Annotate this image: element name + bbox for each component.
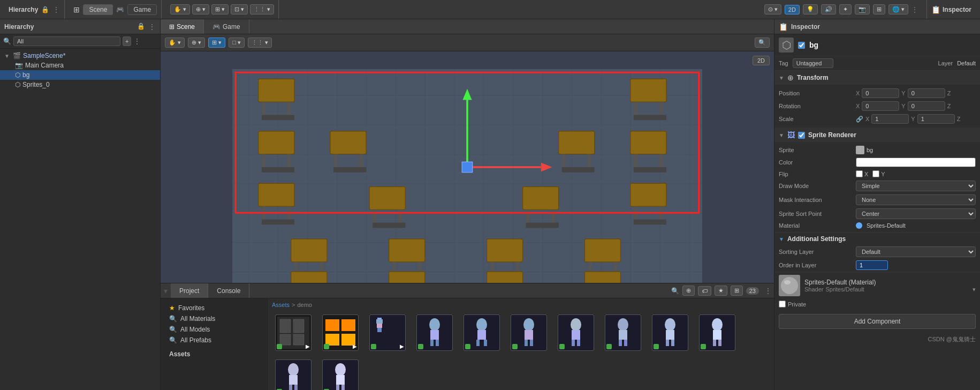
hierarchy-search[interactable] (13, 36, 120, 46)
console-tab[interactable]: Console (208, 283, 249, 298)
proj-btn2[interactable]: 🏷 (698, 286, 711, 296)
move-tool[interactable]: ⊕ ▾ (192, 4, 209, 14)
audio-btn[interactable]: 🔊 (821, 4, 836, 14)
asset-item-5[interactable] (460, 312, 503, 353)
hierarchy-add-btn[interactable]: + (123, 36, 131, 46)
scene-toolbar: ✋ ▾ ⊕ ▾ ⊞ ▾ □ ▾ ⋮⋮ ▾ 🔍 (161, 34, 774, 51)
svg-rect-82 (280, 319, 291, 333)
game-tab[interactable]: Game (127, 4, 157, 15)
proj-btn4[interactable]: ⊞ (731, 286, 743, 296)
svg-rect-94 (377, 324, 382, 328)
dots-menu[interactable]: ⋮ (911, 6, 918, 13)
hierarchy-dots-icon[interactable]: ⋮ (148, 22, 156, 31)
pos-y-input[interactable] (908, 88, 945, 98)
add-component-btn[interactable]: Add Component (779, 314, 976, 329)
flip-y-checkbox[interactable] (872, 170, 879, 177)
hand-tool[interactable]: ✋ ▾ (170, 4, 190, 14)
tag-select[interactable]: Untagged (793, 58, 833, 68)
material-row: Material Sprites-Default (774, 221, 980, 230)
tree-item-sprites0[interactable]: ⬡ Sprites_0 (0, 80, 160, 89)
scale-x-input[interactable] (871, 114, 909, 124)
svg-rect-14 (634, 115, 666, 120)
sortpoint-select[interactable]: Center (856, 208, 976, 219)
svg-rect-24 (634, 154, 637, 167)
scale-y-input[interactable] (917, 114, 955, 124)
scene-tab[interactable]: Scene (83, 4, 113, 15)
scene-tab-btn[interactable]: ⊞ Scene (161, 19, 204, 34)
drawmode-select[interactable]: Simple (856, 181, 976, 191)
asset-item-11[interactable] (272, 357, 315, 390)
sprite-renderer-checkbox[interactable] (798, 132, 805, 139)
layout-scene-btn[interactable]: ⊞ ▾ (208, 38, 225, 48)
light-btn[interactable]: 💡 (803, 4, 818, 14)
transform-header[interactable]: ▼ ⊕ Transform (774, 71, 980, 85)
asset-item-6[interactable] (507, 312, 550, 353)
material-name: Sprites-Default (867, 222, 906, 229)
search-scene-btn[interactable]: 🔍 (755, 38, 770, 48)
pos-x-input[interactable] (862, 88, 899, 98)
tools-section: ✋ ▾ ⊕ ▾ ⊞ ▾ ⊡ ▾ ⋮⋮ ▾ (166, 0, 279, 19)
asset-item-2[interactable]: ▶ (319, 312, 362, 353)
project-all-materials[interactable]: 🔍 All Materials (165, 313, 263, 324)
sprite-renderer-title: Sprite Renderer (808, 131, 856, 139)
project-tab[interactable]: Project (171, 283, 208, 298)
2d-overlay-btn[interactable]: 2D (753, 56, 770, 65)
material-icon (856, 222, 862, 229)
svg-rect-105 (476, 340, 480, 346)
project-favorites[interactable]: ★ Favorites (165, 303, 263, 313)
proj-btn3[interactable]: ★ (715, 286, 727, 296)
play-icon-2: ▶ (353, 343, 357, 349)
hand-scene-btn[interactable]: ✋ ▾ (165, 38, 185, 48)
asset-item-10[interactable] (696, 312, 739, 353)
asset-item-9[interactable] (649, 312, 692, 353)
collapse-icon[interactable]: ▾ (161, 287, 171, 295)
pivot-tool[interactable]: ⊡ ▾ (231, 4, 248, 14)
asset-item-7[interactable] (554, 312, 597, 353)
camera-btn[interactable]: 📷 (855, 4, 870, 14)
asset-item-12[interactable] (319, 357, 362, 390)
svg-point-118 (618, 318, 628, 331)
gizmo-btn[interactable]: ⊙ ▾ (764, 4, 781, 14)
move-scene-btn[interactable]: ⊕ ▾ (188, 38, 205, 48)
project-all-prefabs[interactable]: 🔍 All Prefabs (165, 335, 263, 346)
asset-check-2 (324, 344, 329, 349)
proj-btn1[interactable]: ⊕ (682, 286, 695, 296)
view-btn[interactable]: 🌐 ▾ (888, 4, 908, 14)
rotation-value: X Y Z (856, 101, 976, 111)
rot-y-input[interactable] (908, 101, 945, 111)
gizmos-btn[interactable]: ⊞ (873, 4, 885, 14)
layout-tool[interactable]: ⊞ ▾ (211, 4, 229, 14)
snap-tool[interactable]: ⋮⋮ ▾ (250, 4, 274, 14)
asset-item-1[interactable]: ▶ (272, 312, 315, 353)
mask-value: None (856, 194, 976, 205)
sprite-renderer-body: Sprite bg Color Flip (774, 142, 980, 232)
proj-dots[interactable]: ⋮ (762, 287, 774, 295)
flip-x-checkbox[interactable] (856, 170, 863, 177)
mask-select[interactable]: None (856, 194, 976, 205)
asset-item-8[interactable] (602, 312, 644, 353)
private-checkbox[interactable] (779, 301, 786, 308)
game-tab-btn[interactable]: 🎮 Game (204, 19, 249, 34)
color-swatch[interactable] (856, 158, 976, 167)
tree-item-bg[interactable]: ⬡ bg (0, 70, 160, 80)
sortlayer-select[interactable]: Default (856, 246, 976, 257)
sortlayer-row: Sorting Layer Default (774, 245, 980, 259)
rect-scene-btn[interactable]: □ ▾ (229, 38, 245, 48)
flip-label: Flip (779, 171, 854, 177)
orderlayer-input[interactable] (856, 260, 888, 270)
sprite-renderer-header[interactable]: ▼ 🖼 Sprite Renderer (774, 128, 980, 142)
asset-item-4[interactable] (413, 312, 456, 353)
asset-item-3[interactable]: ▶ (366, 312, 409, 353)
2d-btn[interactable]: 2D (785, 5, 800, 14)
additional-settings-header[interactable]: ▼ Additional Settings (774, 233, 980, 245)
scene-viewport[interactable]: 2D (161, 51, 774, 283)
snap-scene-btn[interactable]: ⋮⋮ ▾ (248, 38, 272, 48)
obj-active-checkbox[interactable] (798, 42, 805, 49)
star-icon: ★ (169, 304, 175, 312)
effects-btn[interactable]: ✦ (839, 4, 852, 14)
shader-label: Shader (804, 286, 823, 292)
tree-item-maincamera[interactable]: 📷 Main Camera (0, 61, 160, 70)
project-all-models[interactable]: 🔍 All Models (165, 324, 263, 335)
rot-x-input[interactable] (862, 101, 899, 111)
tree-item-samplescene[interactable]: ▼ 🎬 SampleScene* (0, 51, 160, 61)
